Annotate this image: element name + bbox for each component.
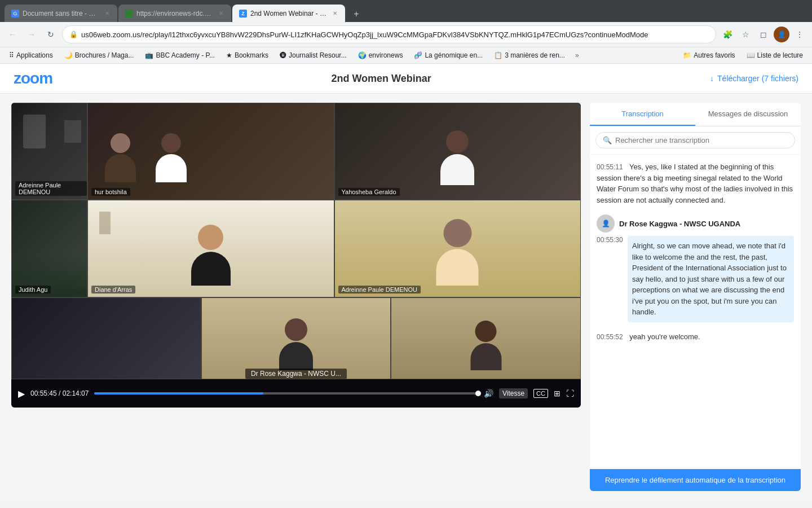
transcript-entry-1: 00:55:11 Yes, yes, like I stated at the … <box>597 161 794 205</box>
list-icon: 📋 <box>494 51 502 59</box>
browser-chrome: G Document sans titre - Google ... ✕ htt… <box>0 0 812 64</box>
video-cell-judith: Judith Agu <box>11 200 87 297</box>
tab-messages[interactable]: Messages de discussion <box>695 103 801 126</box>
extensions-icon[interactable]: 🧩 <box>720 27 735 42</box>
zoom-webinar-title: 2nd Women Webinar <box>331 73 431 85</box>
nav-icons: 🧩 ☆ ◻ 👤 ⋮ <box>720 27 807 42</box>
transcript-tabs: Transcription Messages de discussion <box>590 103 801 126</box>
transcript-panel: Transcription Messages de discussion 🔍 0… <box>590 103 801 491</box>
bookmark-label-genomique: La génomique en... <box>425 51 483 59</box>
tab-close-google[interactable]: ✕ <box>104 9 111 17</box>
video-row-1: Adreinne Paule DEMENOU <box>11 103 581 200</box>
transcript-text-last: yeah you're welcome. <box>629 332 700 341</box>
video-controls: ▶ 00:55:45 / 02:14:07 🔊 Vitesse CC ⊞ <box>11 379 581 408</box>
dna-icon: 🧬 <box>414 51 422 59</box>
back-button[interactable]: ← <box>5 27 20 42</box>
progress-bar[interactable] <box>94 392 478 395</box>
bookmark-folder-autres[interactable]: 📁 Autres favoris <box>678 50 739 61</box>
search-box[interactable]: 🔍 <box>595 132 795 148</box>
bookmark-label-brochures: Brochures / Maga... <box>75 51 134 59</box>
download-icon: ↓ <box>710 74 714 83</box>
bookmarks-bar: ⠿ Applications 🌙 Brochures / Maga... 📺 B… <box>0 47 812 64</box>
bookmark-brochures[interactable]: 🌙 Brochures / Maga... <box>60 50 139 61</box>
play-button[interactable]: ▶ <box>18 388 25 399</box>
url-text: us06web.zoom.us/rec/play/l12thxc6yvxcuYB… <box>81 30 709 39</box>
participant-name-adreinne-large: Adreinne Paule DEMENOU <box>338 286 421 294</box>
bookmark-page-icon[interactable]: ☆ <box>738 27 753 42</box>
search-input[interactable] <box>615 136 788 144</box>
bookmarks-more-button[interactable]: » <box>572 50 582 61</box>
fullscreen-button[interactable]: ⛶ <box>566 389 574 398</box>
reload-button[interactable]: ↻ <box>43 27 59 42</box>
tab-transcription[interactable]: Transcription <box>590 103 695 126</box>
transcript-time-last: 00:55:52 <box>597 333 623 341</box>
bookmark-applications[interactable]: ⠿ Applications <box>5 50 58 61</box>
cc-button[interactable]: CC <box>533 389 548 398</box>
folder-icon-autres: 📁 <box>683 51 691 59</box>
tab-environews[interactable]: https://environews-rdc.org/ad... ✕ <box>118 5 231 22</box>
video-cell-adreinne-small: Adreinne Paule DEMENOU <box>11 103 87 200</box>
video-cell-adreinne-large: Adreinne Paule DEMENOU <box>334 200 581 297</box>
bookmark-label-manieres: 3 manières de ren... <box>505 51 565 59</box>
grid-view-button[interactable]: ⊞ <box>554 389 561 398</box>
bookmark-manieres[interactable]: 📋 3 manières de ren... <box>489 50 570 61</box>
save-icon[interactable]: ◻ <box>756 27 771 42</box>
resume-scroll-button[interactable]: Reprendre le défilement automatique de l… <box>590 469 801 491</box>
avatar-icon: 👤 <box>602 220 610 227</box>
bookmark-label-journalist: Journalist Resour... <box>289 51 347 59</box>
transcript-search: 🔍 <box>590 126 801 155</box>
video-cell-diane: Diane d'Arras <box>87 200 334 297</box>
participant-name-judith: Judith Agu <box>15 286 51 294</box>
speaker-info-rose: 👤 Dr Rose Kaggwa - NWSC UGANDA <box>597 214 794 233</box>
tab-zoom[interactable]: Z 2nd Women Webinar - Zoom ✕ <box>232 5 345 22</box>
bookmark-environews[interactable]: 🌍 environews <box>354 50 408 61</box>
search-icon: 🔍 <box>603 136 612 144</box>
zoom-page: zoom 2nd Women Webinar ↓ Télécharger (7 … <box>0 64 812 500</box>
video-player[interactable]: Adreinne Paule DEMENOU <box>11 103 581 408</box>
transcript-entry-last: 00:55:52 yeah you're welcome. <box>597 331 794 343</box>
participant-name-adreinne-small: Adreinne Paule DEMENOU <box>15 181 87 196</box>
new-tab-button[interactable]: + <box>348 6 364 22</box>
current-time: 00:55:45 <box>30 389 57 397</box>
bookmark-journalist[interactable]: 🅦 Journalist Resour... <box>275 50 351 61</box>
apps-icon: ⠿ <box>9 51 14 59</box>
lock-icon: 🔒 <box>69 30 78 38</box>
moon-icon: 🌙 <box>64 51 73 59</box>
tab-bar: G Document sans titre - Google ... ✕ htt… <box>0 0 812 22</box>
tab-close-zoom[interactable]: ✕ <box>332 9 338 17</box>
participant-name-diane: Diane d'Arras <box>91 286 135 294</box>
tab-title-environews: https://environews-rdc.org/ad... <box>136 10 214 17</box>
video-cell-bottom-center <box>201 297 391 379</box>
bookmark-label-bookmarks: Bookmarks <box>235 51 268 59</box>
forward-button[interactable]: → <box>24 27 39 42</box>
video-area: Adreinne Paule DEMENOU <box>11 103 581 491</box>
tab-google-docs[interactable]: G Document sans titre - Google ... ✕ <box>5 5 117 22</box>
download-button[interactable]: ↓ Télécharger (7 fichiers) <box>710 74 798 83</box>
menu-icon[interactable]: ⋮ <box>792 27 807 42</box>
tab-title-google: Document sans titre - Google ... <box>23 10 100 17</box>
video-cell-yahosheba: Yahosheba Geraldo <box>334 103 581 200</box>
zoom-content: Adreinne Paule DEMENOU <box>0 94 812 500</box>
profile-icon[interactable]: 👤 <box>774 27 789 42</box>
bookmark-folder-lecture[interactable]: 📖 Liste de lecture <box>742 50 807 61</box>
address-bar[interactable]: 🔒 us06web.zoom.us/rec/play/l12thxc6yvxcu… <box>62 25 716 43</box>
participant-name-yahosheba: Yahosheba Geraldo <box>338 188 400 196</box>
video-row-3 <box>11 297 581 379</box>
wp-icon: 🅦 <box>280 51 286 59</box>
tab-close-environews[interactable]: ✕ <box>218 9 224 17</box>
bookmark-genomique[interactable]: 🧬 La génomique en... <box>409 50 487 61</box>
transcript-text-1: Yes, yes, like I stated at the beginning… <box>597 163 793 204</box>
participant-name-hur: hur botshila <box>91 188 130 196</box>
total-time: 02:14:07 <box>63 389 89 397</box>
speed-button[interactable]: Vitesse <box>499 388 528 398</box>
speaker-entry-rose: 00:55:30 Alright, so we can move ahead, … <box>597 236 794 322</box>
nav-bar: ← → ↻ 🔒 us06web.zoom.us/rec/play/l12thxc… <box>0 22 812 47</box>
video-cell-bottom-right <box>391 297 581 379</box>
bbc-icon: 📺 <box>145 51 153 59</box>
volume-button[interactable]: 🔊 <box>484 389 493 398</box>
bookmark-bookmarks[interactable]: ★ Bookmarks <box>222 50 273 61</box>
bookmark-bbc[interactable]: 📺 BBC Academy - P... <box>140 50 219 61</box>
progress-fill <box>94 392 263 395</box>
video-cell-hur: hur botshila <box>87 103 334 200</box>
zoom-logo: zoom <box>14 69 52 87</box>
